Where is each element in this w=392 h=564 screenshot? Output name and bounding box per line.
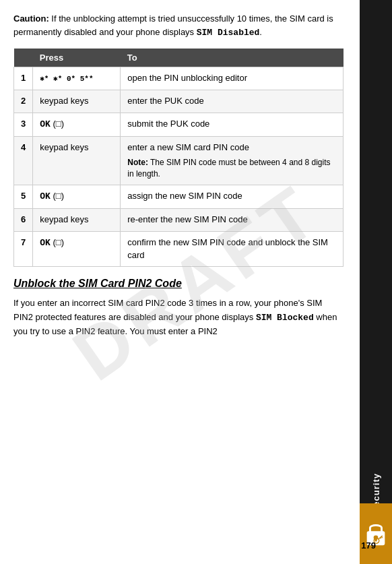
press-cell: keypad keys — [33, 208, 121, 231]
svg-line-6 — [380, 538, 381, 538]
caution-body-text: If the unblocking attempt is tried unsuc… — [13, 13, 333, 37]
page-number: 179 — [361, 540, 376, 551]
press-cell: OK (□) — [33, 113, 121, 136]
ok-paren: (□) — [53, 191, 64, 201]
press-cell: keypad keys — [33, 90, 121, 113]
step-number: 6 — [14, 208, 33, 231]
table-header-row: Press To — [14, 49, 344, 67]
press-cell: OK (□) — [33, 185, 121, 209]
caution-label: Caution: — [13, 13, 49, 24]
page-container: DRAFT Security — [0, 0, 392, 564]
step-number: 1 — [14, 67, 33, 90]
note-body: The SIM PIN code must be between 4 and 8… — [127, 158, 330, 179]
note-text: Note: The SIM PIN code must be between 4… — [127, 157, 336, 180]
action-text: enter a new SIM card PIN code — [127, 142, 249, 152]
table-row: 3 OK (□) submit the PUK code — [14, 113, 344, 136]
ok-paren: (□) — [53, 237, 64, 247]
step-number: 4 — [14, 136, 33, 185]
action-cell: enter a new SIM card PIN code Note: The … — [121, 136, 344, 185]
action-cell: submit the PUK code — [121, 113, 344, 136]
table-row: 6 keypad keys re-enter the new SIM PIN c… — [14, 208, 344, 231]
note-label: Note: — [127, 158, 148, 167]
step-number: 2 — [14, 90, 33, 113]
action-cell: confirm the new SIM PIN code and unblock… — [121, 231, 344, 267]
key-sequence: ✱* ✱* 0* 5** — [40, 75, 93, 83]
step-number: 5 — [14, 185, 33, 209]
action-cell: assign the new SIM PIN code — [121, 185, 344, 209]
table-row: 7 OK (□) confirm the new SIM PIN code an… — [14, 231, 344, 267]
ok-key-label: OK — [40, 119, 51, 129]
instruction-table: Press To 1 ✱* ✱* 0* 5** open the PIN unb… — [13, 49, 344, 267]
action-cell: enter the PUK code — [121, 90, 344, 113]
table-header-press: Press — [33, 49, 121, 67]
right-sidebar: Security — [360, 0, 392, 564]
table-row: 5 OK (□) assign the new SIM PIN code — [14, 185, 344, 209]
caution-period: . — [259, 27, 262, 37]
press-cell: OK (□) — [33, 231, 121, 267]
table-header-to: To — [121, 49, 344, 67]
press-cell: keypad keys — [33, 136, 121, 185]
table-row: 2 keypad keys enter the PUK code — [14, 90, 344, 113]
caution-paragraph: Caution: If the unblocking attempt is tr… — [13, 12, 344, 39]
unblock-heading: Unblock the SIM Card PIN2 Code — [13, 278, 344, 290]
press-cell: ✱* ✱* 0* 5** — [33, 67, 121, 90]
main-content: Caution: If the unblocking attempt is tr… — [13, 12, 344, 338]
lock-icon-container — [360, 503, 392, 564]
step-number: 7 — [14, 231, 33, 267]
sim-disabled-text: SIM Disabled — [197, 28, 260, 38]
ok-key-label: OK — [40, 238, 51, 248]
sim-blocked-text: SIM Blocked — [256, 313, 314, 323]
table-row: 1 ✱* ✱* 0* 5** open the PIN unblocking e… — [14, 67, 344, 90]
table-header-step — [14, 49, 33, 67]
ok-key-label: OK — [40, 191, 51, 201]
unblock-paragraph: If you enter an incorrect SIM card PIN2 … — [13, 296, 344, 338]
action-cell: re-enter the new SIM PIN code — [121, 208, 344, 231]
action-cell: open the PIN unblocking editor — [121, 67, 344, 90]
ok-paren: (□) — [53, 119, 64, 129]
step-number: 3 — [14, 113, 33, 136]
table-row: 4 keypad keys enter a new SIM card PIN c… — [14, 136, 344, 185]
